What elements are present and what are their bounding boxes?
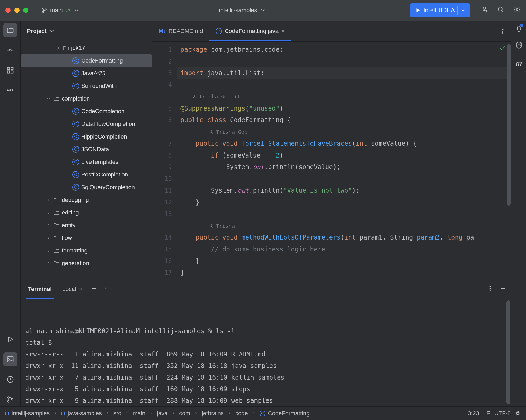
- code-line[interactable]: import java.util.List;: [177, 67, 511, 79]
- code-line[interactable]: package com.jetbrains.code;: [180, 44, 511, 56]
- notifications-tool[interactable]: [515, 24, 523, 34]
- gear-icon[interactable]: [513, 6, 521, 15]
- database-tool[interactable]: [515, 41, 523, 51]
- search-icon[interactable]: [497, 6, 504, 15]
- tree-item[interactable]: CCodeCompletion: [21, 105, 152, 118]
- run-dropdown[interactable]: [457, 6, 465, 15]
- structure-tool[interactable]: [3, 63, 17, 77]
- tree-item[interactable]: CPostfixCompletion: [21, 168, 152, 181]
- file-encoding[interactable]: UTF-8: [494, 410, 511, 417]
- breadcrumb-item[interactable]: code: [235, 410, 248, 417]
- code-line[interactable]: public void forceIfStatementsToHaveBrace…: [180, 138, 511, 150]
- tree-item[interactable]: CJavaAt25: [21, 67, 152, 80]
- code-line[interactable]: if (someValue == 2): [180, 150, 511, 161]
- git-tool[interactable]: [3, 393, 17, 406]
- line-separator[interactable]: LF: [483, 410, 490, 417]
- chevron-right-icon[interactable]: [46, 236, 51, 240]
- close-icon[interactable]: ×: [281, 28, 285, 35]
- breadcrumb-item[interactable]: java-samples: [61, 410, 102, 417]
- project-tool[interactable]: [3, 23, 17, 37]
- run-tool[interactable]: [3, 332, 17, 346]
- zoom-window[interactable]: [23, 8, 28, 13]
- terminal-more[interactable]: [487, 285, 493, 293]
- project-tree[interactable]: jdk17CCodeFormattingCJavaAt25CSurroundWi…: [21, 42, 152, 280]
- tree-item[interactable]: entity: [21, 219, 152, 232]
- author-hint[interactable]: Trisha Gee +1: [180, 91, 511, 103]
- code-line[interactable]: [180, 208, 511, 220]
- more-tools[interactable]: [3, 83, 17, 97]
- code-line[interactable]: @SuppressWarnings("unused"): [180, 103, 511, 114]
- chevron-right-icon[interactable]: [46, 248, 51, 253]
- code-editor[interactable]: 1234567891011121314151617 package com.je…: [152, 42, 511, 280]
- code-line[interactable]: }: [180, 197, 511, 208]
- commit-tool[interactable]: [3, 43, 17, 57]
- terminal-title-tab[interactable]: Terminal: [26, 280, 54, 299]
- breadcrumb-item[interactable]: CCodeFormatting: [260, 410, 310, 417]
- close-icon[interactable]: ×: [79, 286, 82, 293]
- problems-tool[interactable]: [3, 373, 17, 386]
- breadcrumb-item[interactable]: jetbrains: [202, 410, 224, 417]
- tree-item[interactable]: CCodeFormatting: [21, 54, 152, 67]
- project-title[interactable]: intellij-samples: [219, 7, 257, 14]
- tree-item[interactable]: editing: [21, 206, 152, 219]
- tree-item[interactable]: flow: [21, 232, 152, 244]
- readonly-lock-icon[interactable]: [515, 410, 521, 417]
- breadcrumb-item[interactable]: intellij-samples: [5, 410, 50, 417]
- editor-scrollbar[interactable]: [507, 44, 511, 206]
- breadcrumb-item[interactable]: com: [179, 410, 190, 417]
- tree-item[interactable]: generation: [21, 257, 152, 270]
- caret-position[interactable]: 3:23: [468, 410, 479, 417]
- code-line[interactable]: public void methodWithLotsOfParameters(i…: [180, 232, 511, 244]
- chevron-right-icon[interactable]: [55, 46, 61, 50]
- code-with-me-icon[interactable]: [481, 6, 488, 15]
- tree-item[interactable]: completion: [21, 92, 152, 105]
- code-line[interactable]: [180, 173, 511, 185]
- tree-item[interactable]: debugging: [21, 194, 152, 206]
- terminal-tool[interactable]: [3, 352, 17, 366]
- tree-item[interactable]: CLiveTemplates: [21, 156, 152, 168]
- breadcrumb-item[interactable]: main: [133, 410, 145, 417]
- breadcrumb-item[interactable]: java: [157, 410, 168, 417]
- chevron-down-icon[interactable]: [46, 96, 51, 101]
- editor-tab[interactable]: CCodeFormatting.java×: [209, 21, 291, 41]
- code-line[interactable]: }: [180, 267, 511, 279]
- breadcrumb-item[interactable]: src: [113, 410, 121, 417]
- code-line[interactable]: [180, 56, 511, 68]
- terminal-session-tab[interactable]: Local ×: [60, 280, 84, 298]
- tree-item[interactable]: CHippieCompletion: [21, 130, 152, 143]
- chevron-right-icon[interactable]: [46, 261, 51, 266]
- chevron-down-icon[interactable]: [260, 7, 266, 13]
- code-line[interactable]: public class CodeFormatting {: [180, 114, 511, 126]
- tree-item[interactable]: CDataFlowCompletion: [21, 118, 152, 130]
- new-terminal-button[interactable]: [91, 285, 97, 293]
- terminal-scrollbar[interactable]: [506, 300, 510, 404]
- tree-item[interactable]: jdk17: [21, 42, 152, 54]
- minimize-window[interactable]: [14, 8, 20, 13]
- chevron-right-icon[interactable]: [46, 210, 51, 215]
- vcs-branch[interactable]: main: [42, 7, 80, 14]
- inspection-ok-icon[interactable]: [499, 45, 506, 53]
- tree-item[interactable]: formatting: [21, 244, 152, 257]
- breadcrumbs[interactable]: intellij-samplesjava-samplessrcmainjavac…: [5, 410, 309, 417]
- code-line[interactable]: }: [180, 255, 511, 267]
- hide-terminal[interactable]: [500, 285, 506, 293]
- author-hint[interactable]: Trisha Gee: [180, 126, 511, 138]
- code-line[interactable]: System.out.println("Value is not two");: [180, 185, 511, 197]
- tree-item[interactable]: CSqlQueryCompletion: [21, 181, 152, 194]
- author-hint[interactable]: Trisha: [180, 220, 511, 232]
- run-button[interactable]: IntelliJIDEA: [410, 3, 470, 17]
- terminal-dropdown[interactable]: [103, 285, 109, 293]
- code-line[interactable]: [180, 79, 511, 91]
- close-window[interactable]: [5, 8, 11, 13]
- tree-item[interactable]: CJSONData: [21, 143, 152, 156]
- maven-tool[interactable]: m: [515, 58, 522, 68]
- terminal-body[interactable]: alina.mishina@NLTMP0021-AlinaM intellij-…: [21, 298, 511, 406]
- code-lines[interactable]: package com.jetbrains.code;import java.u…: [177, 42, 511, 280]
- project-sidebar-header[interactable]: Project: [21, 21, 152, 42]
- chevron-right-icon[interactable]: [46, 198, 51, 202]
- gutter[interactable]: 1234567891011121314151617: [152, 42, 177, 280]
- code-line[interactable]: // do some business logic here: [180, 244, 511, 255]
- tabs-more[interactable]: [494, 21, 511, 41]
- editor-tab[interactable]: M↓README.md: [152, 21, 209, 41]
- tree-item[interactable]: CSurroundWith: [21, 80, 152, 92]
